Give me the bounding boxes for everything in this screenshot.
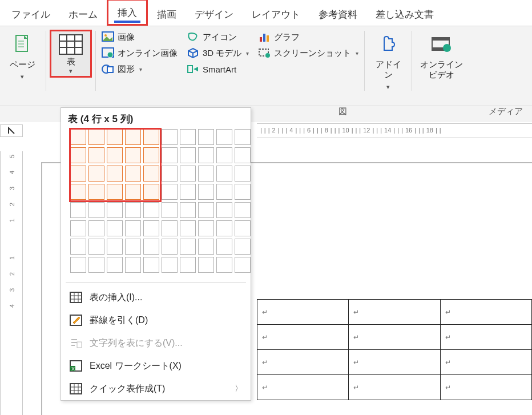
grid-cell[interactable] xyxy=(107,220,123,236)
grid-cell[interactable] xyxy=(162,202,178,218)
draw-table-menu[interactable]: 罫線を引く(D) xyxy=(61,309,251,332)
grid-cell[interactable] xyxy=(162,166,178,182)
grid-cell[interactable] xyxy=(143,239,159,255)
tab-insert[interactable]: 挿入 xyxy=(107,0,148,26)
grid-cell[interactable] xyxy=(216,129,232,145)
table-row[interactable]: ↵↵↵ xyxy=(257,375,532,400)
3d-models-button[interactable]: 3D モデル ▾ xyxy=(187,47,249,59)
grid-cell[interactable] xyxy=(162,129,178,145)
grid-cell[interactable] xyxy=(216,166,232,182)
grid-cell[interactable] xyxy=(125,257,141,273)
grid-cell[interactable] xyxy=(235,220,251,236)
grid-cell[interactable] xyxy=(216,147,232,163)
grid-cell[interactable] xyxy=(125,202,141,218)
table-cell[interactable]: ↵ xyxy=(257,375,349,400)
grid-cell[interactable] xyxy=(162,239,178,255)
grid-cell[interactable] xyxy=(235,129,251,145)
table-cell[interactable]: ↵ xyxy=(440,375,531,400)
grid-cell[interactable] xyxy=(180,129,196,145)
table-cell[interactable]: ↵ xyxy=(440,325,531,350)
grid-cell[interactable] xyxy=(125,147,141,163)
grid-cell[interactable] xyxy=(143,257,159,273)
grid-cell[interactable] xyxy=(162,257,178,273)
excel-sheet-menu[interactable]: X Excel ワークシート(X) xyxy=(61,354,251,377)
grid-cell[interactable] xyxy=(107,239,123,255)
grid-cell[interactable] xyxy=(198,202,214,218)
grid-cell[interactable] xyxy=(162,220,178,236)
grid-cell[interactable] xyxy=(88,239,104,255)
grid-cell[interactable] xyxy=(70,184,86,200)
grid-cell[interactable] xyxy=(70,147,86,163)
grid-cell[interactable] xyxy=(180,239,196,255)
grid-cell[interactable] xyxy=(88,166,104,182)
grid-cell[interactable] xyxy=(107,257,123,273)
grid-cell[interactable] xyxy=(162,184,178,200)
smartart-button[interactable]: SmartArt xyxy=(187,63,249,75)
ruler-tab-selector[interactable] xyxy=(0,124,23,137)
table-cell[interactable]: ↵ xyxy=(440,300,531,325)
grid-cell[interactable] xyxy=(235,239,251,255)
grid-cell[interactable] xyxy=(125,129,141,145)
tab-mailings[interactable]: 差し込み文書 xyxy=(366,2,443,26)
grid-cell[interactable] xyxy=(235,184,251,200)
grid-cell[interactable] xyxy=(198,184,214,200)
grid-cell[interactable] xyxy=(125,166,141,182)
online-image-button[interactable]: オンライン画像 xyxy=(102,47,178,59)
grid-cell[interactable] xyxy=(88,147,104,163)
document-table[interactable]: ↵↵↵↵↵↵↵↵↵↵↵↵ xyxy=(257,299,532,400)
table-cell[interactable]: ↵ xyxy=(349,375,440,400)
table-row[interactable]: ↵↵↵ xyxy=(257,325,532,350)
grid-cell[interactable] xyxy=(216,220,232,236)
grid-cell[interactable] xyxy=(198,129,214,145)
grid-cell[interactable] xyxy=(180,166,196,182)
shapes-button[interactable]: 図形 ▾ xyxy=(102,63,178,75)
addins-button[interactable]: アドイ ン ▾ xyxy=(368,30,408,91)
grid-cell[interactable] xyxy=(198,166,214,182)
grid-cell[interactable] xyxy=(125,220,141,236)
grid-cell[interactable] xyxy=(70,257,86,273)
grid-cell[interactable] xyxy=(198,257,214,273)
tab-design[interactable]: デザイン xyxy=(186,2,243,26)
grid-cell[interactable] xyxy=(70,239,86,255)
grid-cell[interactable] xyxy=(107,166,123,182)
grid-cell[interactable] xyxy=(70,129,86,145)
table-cell[interactable]: ↵ xyxy=(349,350,440,375)
grid-cell[interactable] xyxy=(143,147,159,163)
grid-cell[interactable] xyxy=(107,147,123,163)
screenshot-button[interactable]: スクリーンショット ▾ xyxy=(258,47,358,59)
grid-cell[interactable] xyxy=(235,202,251,218)
grid-cell[interactable] xyxy=(198,239,214,255)
grid-cell[interactable] xyxy=(198,220,214,236)
grid-cell[interactable] xyxy=(88,184,104,200)
image-button[interactable]: 画像 xyxy=(102,31,178,43)
insert-table-menu[interactable]: 表の挿入(I)... xyxy=(61,286,251,309)
grid-cell[interactable] xyxy=(198,147,214,163)
grid-cell[interactable] xyxy=(143,166,159,182)
table-row[interactable]: ↵↵↵ xyxy=(257,350,532,375)
tab-home[interactable]: ホーム xyxy=(59,2,107,26)
grid-cell[interactable] xyxy=(180,220,196,236)
grid-cell[interactable] xyxy=(70,202,86,218)
grid-cell[interactable] xyxy=(162,147,178,163)
grid-cell[interactable] xyxy=(88,220,104,236)
table-cell[interactable]: ↵ xyxy=(349,300,440,325)
grid-cell[interactable] xyxy=(107,202,123,218)
grid-cell[interactable] xyxy=(216,257,232,273)
table-cell[interactable]: ↵ xyxy=(440,350,531,375)
vertical-ruler[interactable]: 543211234 xyxy=(0,151,23,415)
pages-button[interactable]: ページ ▾ xyxy=(2,30,42,80)
grid-cell[interactable] xyxy=(125,184,141,200)
grid-cell[interactable] xyxy=(88,202,104,218)
chart-button[interactable]: グラフ xyxy=(258,31,358,43)
table-size-grid[interactable] xyxy=(70,129,244,273)
grid-cell[interactable] xyxy=(143,220,159,236)
table-cell[interactable]: ↵ xyxy=(257,350,349,375)
grid-cell[interactable] xyxy=(216,239,232,255)
table-button[interactable]: 表 ▾ xyxy=(50,30,92,78)
grid-cell[interactable] xyxy=(216,202,232,218)
table-cell[interactable]: ↵ xyxy=(257,325,349,350)
grid-cell[interactable] xyxy=(107,129,123,145)
grid-cell[interactable] xyxy=(180,147,196,163)
quick-tables-menu[interactable]: クイック表作成(T) 〉 xyxy=(61,377,251,400)
tab-draw[interactable]: 描画 xyxy=(148,2,186,26)
